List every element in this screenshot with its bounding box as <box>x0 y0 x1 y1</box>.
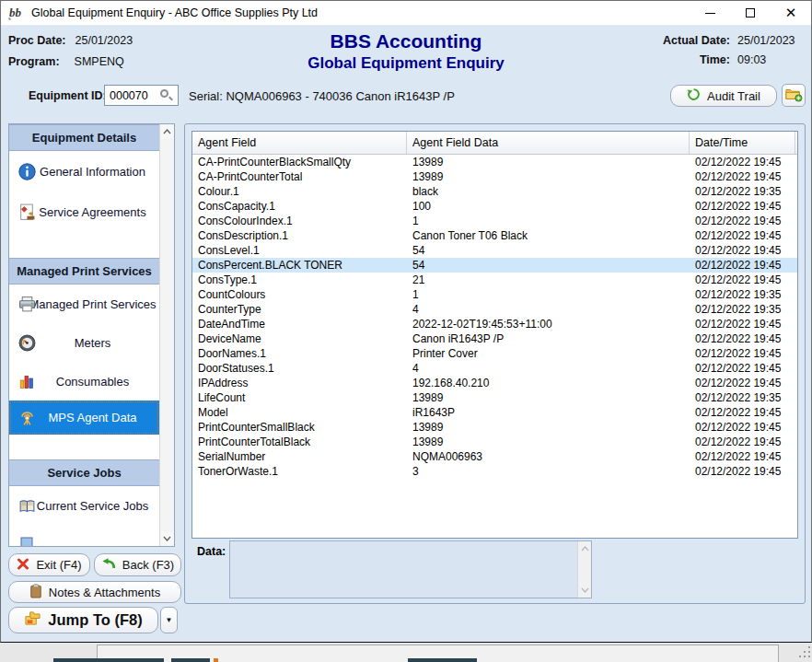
table-cell: 1 <box>407 214 690 228</box>
sidebar-item-managed-print-services[interactable]: Managed Print Services <box>9 285 159 323</box>
back-label: Back (F3) <box>122 558 174 572</box>
table-cell: PrintCounterSmallBlack <box>192 420 407 435</box>
table-cell: 13989 <box>407 420 690 435</box>
table-cell: 02/12/2022 19:45 <box>690 258 795 273</box>
audit-trail-button[interactable]: Audit Trail <box>670 85 777 107</box>
sidebar-list: Equipment DetailsGeneral InformationServ… <box>9 124 159 546</box>
table-row[interactable]: ConsType.12102/12/2022 19:45 <box>192 273 797 287</box>
table-cell: 02/12/2022 19:45 <box>690 169 795 184</box>
data-scrollbar[interactable] <box>577 541 591 598</box>
sidebar-item-mps-agent-data[interactable]: MPS Agent Data <box>9 401 159 435</box>
table-cell: Model <box>192 405 407 420</box>
table-row[interactable]: ConsDescription.1Canon Toner T06 Black02… <box>192 228 797 243</box>
table-row[interactable]: DoorStatuses.1402/12/2022 19:45 <box>192 361 797 376</box>
jump-to-dropdown-button[interactable]: ▼ <box>160 607 178 633</box>
chart-icon <box>17 372 36 390</box>
sidebar-item-partial[interactable] <box>9 525 159 546</box>
table-row[interactable]: LifeCount1398902/12/2022 19:35 <box>192 390 797 405</box>
table-cell: 02/12/2022 19:45 <box>690 317 795 331</box>
notes-label: Notes & Attachments <box>49 586 160 599</box>
sidebar-scrollbar[interactable] <box>159 124 174 546</box>
search-icon[interactable] <box>159 88 173 102</box>
data-textarea[interactable] <box>230 541 577 598</box>
exit-x-icon <box>17 558 29 573</box>
table-cell: 02/12/2022 19:35 <box>690 184 795 199</box>
table-row[interactable]: Colour.1black02/12/2022 19:35 <box>192 184 797 199</box>
table-row[interactable]: IPAddress192.168.40.21002/12/2022 19:45 <box>192 376 797 390</box>
table-cell: 100 <box>407 199 690 214</box>
table-cell: ConsColourIndex.1 <box>192 214 407 228</box>
jump-label: Jump To (F8) <box>48 611 142 629</box>
book-icon <box>17 496 36 515</box>
grid-body: CA-PrintCounterBlackSmallQty1398902/12/2… <box>192 155 797 479</box>
notes-attachments-button[interactable]: Notes & Attachments <box>8 581 181 603</box>
table-row[interactable]: SerialNumberNQMA00696302/12/2022 19:45 <box>192 449 797 464</box>
info-icon <box>17 162 36 180</box>
data-scroll-down-icon[interactable] <box>578 583 591 598</box>
audit-trail-label: Audit Trail <box>707 89 760 103</box>
svg-text:bb: bb <box>9 6 22 19</box>
maximize-button[interactable] <box>730 1 771 25</box>
column-header-date-time[interactable]: Date/Time <box>690 132 795 154</box>
minimize-button[interactable] <box>690 1 730 25</box>
table-row[interactable]: PrintCounterSmallBlack1398902/12/2022 19… <box>192 420 797 435</box>
table-row[interactable]: ConsColourIndex.1102/12/2022 19:45 <box>192 214 797 228</box>
data-scroll-up-icon[interactable] <box>578 541 591 556</box>
app-window: bbs Global Equipment Enquiry - ABC Offic… <box>0 0 812 643</box>
table-row[interactable]: DoorNames.1Printer Cover02/12/2022 19:45 <box>192 346 797 361</box>
background-fragment <box>53 658 164 662</box>
sidebar-item-general-information[interactable]: General Information <box>9 151 159 192</box>
jump-to-button[interactable]: Jump To (F8) <box>8 607 158 633</box>
folder-add-icon <box>784 86 803 105</box>
table-cell: 02/12/2022 19:45 <box>690 405 795 420</box>
agent-data-grid: Agent Field Agent Field Data Date/Time C… <box>191 131 798 539</box>
table-cell: 21 <box>407 273 690 287</box>
table-cell: DeviceName <box>192 331 407 346</box>
table-cell: 1 <box>407 287 690 302</box>
table-cell: PrintCounterTotalBlack <box>192 435 407 449</box>
sidebar-item-meters[interactable]: Meters <box>9 323 159 362</box>
table-row[interactable]: CA-PrintCounterBlackSmallQty1398902/12/2… <box>192 155 797 169</box>
clipboard-icon <box>29 584 42 601</box>
table-row[interactable]: ConsPercent.BLACK TONER5402/12/2022 19:4… <box>192 258 797 273</box>
column-header-agent-field[interactable]: Agent Field <box>192 132 407 154</box>
sidebar-item-current-service-jobs[interactable]: Current Service Jobs <box>9 486 159 525</box>
actual-date-label: Actual Date: <box>663 34 730 47</box>
sidebar-item-service-agreements[interactable]: Service Agreements <box>9 192 159 232</box>
table-row[interactable]: DeviceNameCanon iR1643P /P02/12/2022 19:… <box>192 331 797 346</box>
grid-header: Agent Field Agent Field Data Date/Time <box>192 132 797 155</box>
scroll-up-icon[interactable] <box>160 124 174 139</box>
table-row[interactable]: CA-PrintCounterTotal1398902/12/2022 19:4… <box>192 169 797 184</box>
table-row[interactable]: ConsCapacity.110002/12/2022 19:45 <box>192 199 797 214</box>
sidebar-item-consumables[interactable]: Consumables <box>9 362 159 401</box>
table-row[interactable]: PrintCounterTotalBlack1398902/12/2022 19… <box>192 435 797 449</box>
table-cell: 02/12/2022 19:45 <box>690 155 795 169</box>
table-cell: SerialNumber <box>192 449 407 464</box>
bbs-logo-icon: bbs <box>7 4 26 22</box>
sidebar-section-header: Managed Print Services <box>9 258 159 285</box>
table-cell: 02/12/2022 19:45 <box>690 449 795 464</box>
table-row[interactable]: CountColours102/12/2022 19:35 <box>192 287 797 302</box>
back-arrow-icon <box>101 558 116 573</box>
table-row[interactable]: ModeliR1643P02/12/2022 19:45 <box>192 405 797 420</box>
open-folder-button[interactable] <box>782 84 806 107</box>
table-cell: 02/12/2022 19:45 <box>690 464 795 479</box>
table-cell: 02/12/2022 19:45 <box>690 331 795 346</box>
table-cell: ConsDescription.1 <box>192 228 407 243</box>
table-row[interactable]: CounterType402/12/2022 19:35 <box>192 302 797 317</box>
exit-button[interactable]: Exit (F4) <box>8 553 90 576</box>
table-cell: Canon iR1643P /P <box>407 331 690 346</box>
table-cell: 13989 <box>407 435 690 449</box>
close-button[interactable]: ✕ <box>771 1 811 25</box>
table-cell: DateAndTime <box>192 317 407 331</box>
column-header-agent-field-data[interactable]: Agent Field Data <box>407 132 690 154</box>
sidebar: Equipment DetailsGeneral InformationServ… <box>8 123 175 547</box>
scroll-down-icon[interactable] <box>160 531 174 546</box>
table-row[interactable]: DateAndTime2022-12-02T19:45:53+11:0002/1… <box>192 317 797 331</box>
svg-text:s: s <box>8 15 11 22</box>
table-row[interactable]: TonerOrWaste.1302/12/2022 19:45 <box>192 464 797 479</box>
table-row[interactable]: ConsLevel.15402/12/2022 19:45 <box>192 243 797 258</box>
table-cell: 4 <box>407 361 690 376</box>
back-button[interactable]: Back (F3) <box>94 553 181 576</box>
gauge-icon <box>17 333 36 352</box>
